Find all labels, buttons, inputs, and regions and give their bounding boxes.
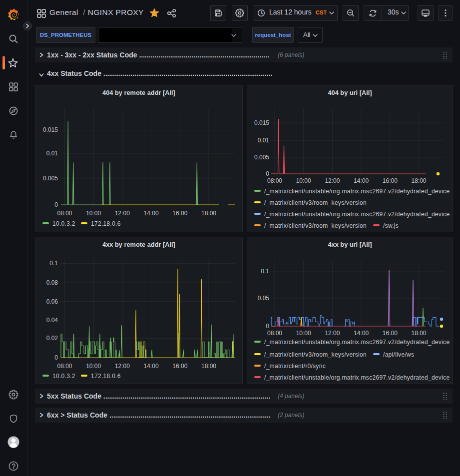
svg-text:08:00: 08:00 xyxy=(267,177,282,184)
svg-text:/api/live/ws: /api/live/ws xyxy=(383,351,414,358)
svg-text:0.01: 0.01 xyxy=(46,150,58,157)
svg-text:12:00: 12:00 xyxy=(325,177,340,184)
svg-text:0.015: 0.015 xyxy=(43,126,58,133)
svg-text:0.1: 0.1 xyxy=(49,260,58,267)
svg-text:12:00: 12:00 xyxy=(325,330,340,337)
svg-text:172.18.0.6: 172.18.0.6 xyxy=(91,220,121,227)
svg-text:10.0.3.2: 10.0.3.2 xyxy=(52,220,75,227)
svg-text:16:00: 16:00 xyxy=(383,177,398,184)
svg-text:08:00: 08:00 xyxy=(57,363,72,370)
svg-text:16:00: 16:00 xyxy=(172,363,187,370)
svg-text:0: 0 xyxy=(266,323,269,330)
svg-text:0.04: 0.04 xyxy=(46,317,58,324)
svg-text:12:00: 12:00 xyxy=(115,210,130,217)
svg-text:/_matrix/client/v3/room_keys/v: /_matrix/client/v3/room_keys/version xyxy=(264,351,367,358)
svg-text:0.1: 0.1 xyxy=(261,268,269,275)
svg-text:0.015: 0.015 xyxy=(254,119,269,126)
svg-text:0.02: 0.02 xyxy=(46,335,58,342)
svg-text:10.0.3.2: 10.0.3.2 xyxy=(52,373,75,380)
svg-text:/sw.js: /sw.js xyxy=(383,222,399,229)
svg-text:0.08: 0.08 xyxy=(46,279,58,286)
svg-text:0.06: 0.06 xyxy=(46,298,58,305)
svg-text:12:00: 12:00 xyxy=(115,363,130,370)
svg-text:14:00: 14:00 xyxy=(354,330,369,337)
svg-text:/_matrix/client/unstable/org.m: /_matrix/client/unstable/org.matrix.msc2… xyxy=(264,188,450,195)
svg-text:18:00: 18:00 xyxy=(201,210,216,217)
svg-text:/_matrix/client/v3/room_keys/v: /_matrix/client/v3/room_keys/version xyxy=(264,199,367,206)
svg-text:0: 0 xyxy=(266,170,269,177)
svg-text:10:00: 10:00 xyxy=(296,330,311,337)
svg-text:/_matrix/client/unstable/org.m: /_matrix/client/unstable/org.matrix.msc2… xyxy=(264,339,450,346)
svg-text:14:00: 14:00 xyxy=(144,363,159,370)
svg-text:/_matrix/client/r0/sync: /_matrix/client/r0/sync xyxy=(264,363,326,370)
svg-text:14:00: 14:00 xyxy=(144,210,159,217)
svg-text:0.005: 0.005 xyxy=(254,154,269,161)
svg-text:18:00: 18:00 xyxy=(411,177,426,184)
svg-text:/_matrix/client/unstable/org.m: /_matrix/client/unstable/org.matrix.msc2… xyxy=(264,211,450,218)
svg-text:0.05: 0.05 xyxy=(258,295,270,302)
svg-text:16:00: 16:00 xyxy=(172,210,187,217)
svg-text:10:00: 10:00 xyxy=(296,177,311,184)
svg-text:08:00: 08:00 xyxy=(267,330,282,337)
svg-text:0: 0 xyxy=(54,354,58,361)
svg-text:16:00: 16:00 xyxy=(383,330,398,337)
svg-text:18:00: 18:00 xyxy=(411,330,426,337)
svg-text:/_matrix/client/v3/room_keys/v: /_matrix/client/v3/room_keys/version xyxy=(264,222,367,229)
svg-text:0.005: 0.005 xyxy=(43,175,58,182)
svg-text:14:00: 14:00 xyxy=(354,177,369,184)
svg-text:172.18.0.6: 172.18.0.6 xyxy=(91,373,121,380)
svg-text:0.01: 0.01 xyxy=(258,137,270,144)
svg-text:0: 0 xyxy=(54,201,58,208)
svg-text:10:00: 10:00 xyxy=(86,363,101,370)
svg-text:18:00: 18:00 xyxy=(201,363,216,370)
svg-text:08:00: 08:00 xyxy=(57,210,72,217)
svg-text:10:00: 10:00 xyxy=(86,210,101,217)
svg-text:/_matrix/client/unstable/org.m: /_matrix/client/unstable/org.matrix.msc2… xyxy=(264,374,450,381)
